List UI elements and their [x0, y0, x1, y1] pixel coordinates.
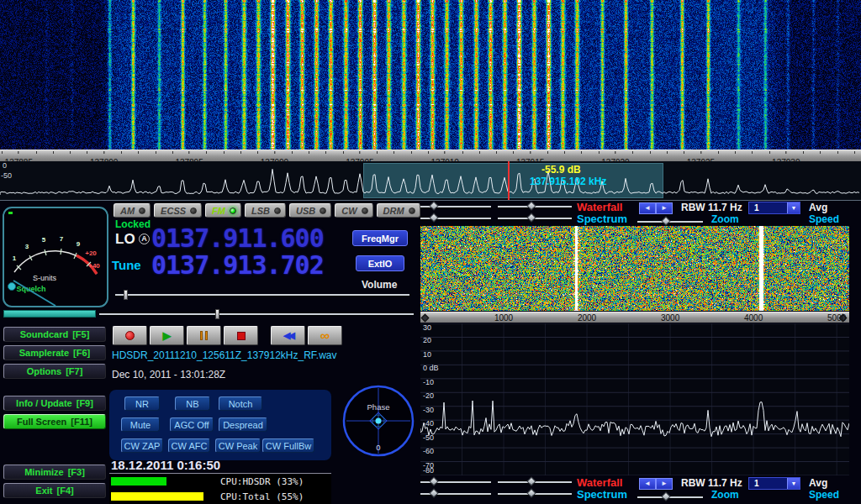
- mode-button-cw[interactable]: CW: [335, 203, 372, 218]
- waterfall-brightness-slider[interactable]: [420, 206, 491, 207]
- zoom-slider-2[interactable]: [637, 496, 703, 498]
- spectrum-axis-minus50: -50: [1, 171, 12, 180]
- soundcard-button[interactable]: Soundcard[F5]: [3, 327, 106, 342]
- dsp-button-mute[interactable]: Mute: [121, 417, 160, 432]
- waterfall-brightness-thumb-2[interactable]: [429, 476, 438, 486]
- rewind-button[interactable]: ◀◀: [271, 326, 305, 345]
- dropdown-arrow-icon-2[interactable]: ▼: [787, 478, 800, 489]
- dsp-button-cw-fullbw[interactable]: CW FullBw: [262, 438, 314, 453]
- audio-frequency-scale[interactable]: 10002000300040005000: [420, 312, 849, 323]
- waterfall-label-2[interactable]: Waterfall: [577, 476, 622, 489]
- spectrum-min-thumb-2[interactable]: [429, 488, 438, 497]
- waterfall-brightness-slider-2[interactable]: [420, 481, 491, 483]
- mode-button-lsb[interactable]: LSB: [245, 203, 286, 218]
- stop-button[interactable]: [224, 326, 258, 345]
- waterfall-brightness-thumb[interactable]: [429, 201, 438, 210]
- play-button[interactable]: ▶: [150, 326, 184, 345]
- lo-frequency-display[interactable]: 0137.911.600: [151, 223, 324, 253]
- shift-right-button-2[interactable]: ►: [656, 478, 673, 490]
- cpu-row-1: CPU:Total (55%): [109, 489, 331, 504]
- waterfall-contrast-thumb-2[interactable]: [526, 476, 536, 486]
- lo-a-badge-icon[interactable]: A: [139, 234, 150, 244]
- samplerate-button[interactable]: Samplerate[F6]: [3, 345, 106, 360]
- spectrum-label-2[interactable]: Spectrum: [577, 488, 627, 501]
- main-waterfall-display[interactable]: [0, 0, 861, 150]
- tune-cursor[interactable]: [508, 161, 510, 200]
- spectrum-max-slider[interactable]: [498, 218, 572, 219]
- freq-minor-tick: [36, 151, 37, 154]
- freq-minor-tick: [325, 151, 326, 154]
- dsp-button-notch[interactable]: Notch: [219, 396, 262, 411]
- info-update-button[interactable]: Info / Update[F9]: [3, 396, 106, 411]
- spectrum-min-slider[interactable]: [420, 218, 491, 219]
- dsp-button-cw-zap[interactable]: CW ZAP: [121, 438, 163, 453]
- spectrum-max-thumb-2[interactable]: [526, 488, 536, 497]
- mode-button-drm[interactable]: DRM: [377, 203, 420, 218]
- speed-label-2: Speed: [809, 489, 839, 501]
- spectrum-label[interactable]: Spectrum: [577, 213, 627, 225]
- frequency-scale[interactable]: 1378851378901378951379001379051379101379…: [0, 150, 861, 161]
- waterfall-contrast-thumb[interactable]: [526, 201, 536, 210]
- dsp-button-despread[interactable]: Despread: [219, 417, 267, 432]
- dsp-button-nr[interactable]: NR: [124, 396, 160, 411]
- minimize-button[interactable]: Minimize[F3]: [3, 465, 106, 480]
- volume-slider-thumb[interactable]: [124, 290, 128, 300]
- mode-button-fm[interactable]: FM: [205, 203, 241, 218]
- pause-button[interactable]: [187, 326, 221, 345]
- freq-minor-tick: [650, 151, 651, 154]
- full-screen-button[interactable]: Full Screen[F11]: [3, 414, 106, 429]
- button-label: Minimize: [24, 467, 63, 477]
- tune-step-thumb[interactable]: [215, 309, 219, 319]
- exit-button[interactable]: Exit[F4]: [3, 483, 106, 498]
- s-meter-num-3: 3: [25, 243, 29, 250]
- squelch-level-bar[interactable]: [3, 310, 96, 318]
- mode-button-usb[interactable]: USB: [289, 203, 331, 218]
- extio-button[interactable]: ExtIO: [356, 255, 404, 271]
- spectrum-max-slider-2[interactable]: [498, 493, 572, 495]
- avg-count-dropdown-2[interactable]: 1 ▼: [748, 477, 800, 490]
- hz-tick-2000: 2000: [578, 313, 596, 323]
- spectrum-min-thumb[interactable]: [429, 213, 438, 222]
- spectrum-max-thumb[interactable]: [526, 213, 536, 222]
- record-button[interactable]: [113, 326, 147, 345]
- main-spectrum-display[interactable]: 0 -50 -55.9 dB 137.915.102 kHz: [0, 161, 861, 200]
- shift-left-button-2[interactable]: ◄: [639, 478, 656, 490]
- spectrum-min-slider-2[interactable]: [420, 493, 491, 495]
- dsp-button-nb[interactable]: NB: [175, 396, 210, 411]
- dsp-button-cw-afc[interactable]: CW AFC: [168, 438, 210, 453]
- freq-minor-tick: [667, 151, 668, 154]
- shift-right-button[interactable]: ►: [656, 202, 673, 214]
- shift-left-button[interactable]: ◄: [639, 202, 656, 214]
- zoom-slider[interactable]: [637, 221, 703, 223]
- freqmgr-button[interactable]: FreqMgr: [352, 230, 408, 246]
- zoom-slider-thumb[interactable]: [661, 216, 670, 225]
- freq-minor-tick: [2, 151, 3, 154]
- zoom-slider-thumb-2[interactable]: [661, 491, 670, 501]
- phase-dot: [376, 418, 382, 424]
- zoom-spectrum-plot: [420, 323, 849, 475]
- zoom-waterfall-display[interactable]: [420, 226, 849, 311]
- waterfall-contrast-slider[interactable]: [498, 206, 572, 207]
- options-button[interactable]: Options[F7]: [3, 364, 106, 379]
- avg-count-dropdown[interactable]: 1 ▼: [748, 202, 800, 214]
- dsp-button-agc-off[interactable]: AGC Off: [170, 417, 214, 432]
- scale-left-handle[interactable]: [421, 314, 430, 323]
- loop-button[interactable]: ∞: [308, 326, 342, 345]
- dropdown-arrow-icon[interactable]: ▼: [787, 202, 800, 213]
- dsp-button-cw-peak[interactable]: CW Peak: [215, 438, 261, 453]
- tick-mark: [103, 151, 104, 154]
- mode-led-icon: [230, 207, 236, 214]
- tune-step-slider[interactable]: [99, 313, 414, 315]
- zoom-spectrum-display[interactable]: 3020100 dB-10-20-30-40-50-60-70-80: [420, 323, 849, 475]
- squelch-knob[interactable]: [8, 283, 16, 291]
- mode-button-am[interactable]: AM: [114, 203, 151, 218]
- s-meter[interactable]: 1 3 5 7 9 +20 +40 S-units Squelch: [3, 207, 108, 307]
- cpu-bar: [111, 477, 166, 486]
- volume-slider[interactable]: [115, 294, 409, 296]
- freq-minor-tick: [479, 151, 480, 154]
- mode-led-icon: [409, 207, 415, 214]
- waterfall-contrast-slider-2[interactable]: [498, 481, 572, 483]
- waterfall-label[interactable]: Waterfall: [577, 201, 622, 213]
- mode-button-ecss[interactable]: ECSS: [154, 203, 202, 218]
- tune-frequency-display[interactable]: 0137.913.702: [151, 250, 324, 280]
